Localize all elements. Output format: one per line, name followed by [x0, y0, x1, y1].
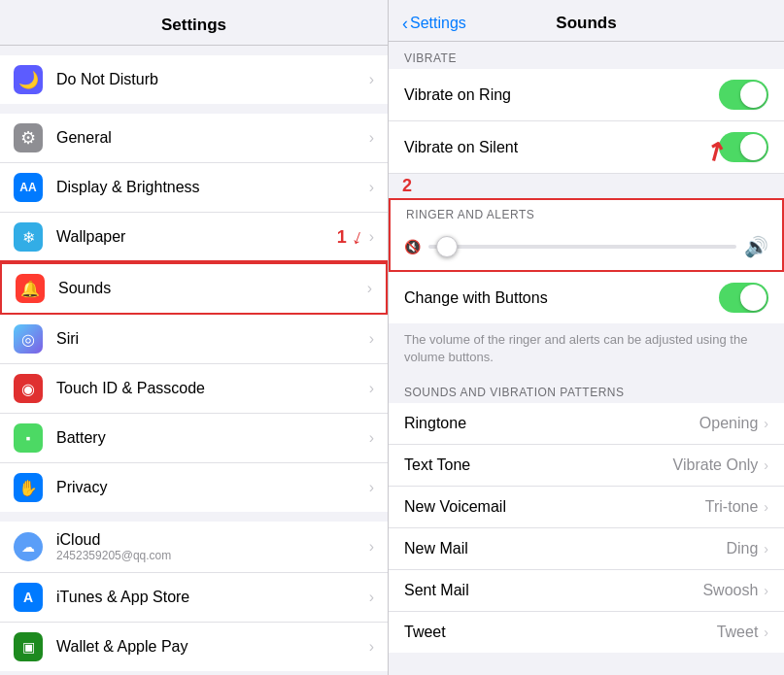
- change-with-buttons-toggle[interactable]: [719, 283, 768, 313]
- sidebar-item-display[interactable]: AA Display & Brightness ›: [0, 163, 388, 213]
- sidebar-item-privacy[interactable]: ✋ Privacy ›: [0, 463, 388, 512]
- sidebar-item-label: Battery: [56, 429, 369, 447]
- change-with-buttons-row[interactable]: Change with Buttons: [389, 272, 784, 323]
- sidebar-item-general[interactable]: ⚙ General ›: [0, 114, 388, 163]
- vibrate-section-header: VIBRATE: [389, 42, 784, 69]
- chevron-right-icon: ›: [369, 638, 374, 656]
- chevron-left-icon: ‹: [402, 14, 408, 34]
- new-voicemail-label: New Voicemail: [404, 498, 705, 516]
- toggle-knob: [740, 82, 767, 108]
- tweet-row[interactable]: Tweet Tweet ›: [389, 612, 784, 653]
- sidebar-item-label: iTunes & App Store: [56, 589, 369, 606]
- new-mail-value: Ding: [726, 540, 758, 557]
- sidebar-item-battery[interactable]: ▪ Battery ›: [0, 414, 388, 463]
- sent-mail-value: Swoosh: [702, 582, 758, 599]
- sidebar-item-label: Privacy: [56, 479, 369, 496]
- new-mail-label: New Mail: [404, 540, 726, 557]
- settings-group-3: ☁ iCloud 2452359205@qq.com › A iTunes & …: [0, 522, 388, 671]
- ringer-alerts-box: RINGER AND ALERTS 🔇 🔊: [389, 198, 784, 272]
- sidebar-item-wallpaper[interactable]: ❄ Wallpaper 1 ↓ ›: [0, 213, 388, 262]
- battery-icon: ▪: [14, 423, 43, 453]
- sidebar-item-label: Wallet & Apple Pay: [56, 638, 369, 656]
- text-tone-row[interactable]: Text Tone Vibrate Only ›: [389, 445, 784, 487]
- sounds-list: Ringtone Opening › Text Tone Vibrate Onl…: [389, 403, 784, 653]
- wallet-icon: ▣: [14, 632, 43, 661]
- vibrate-on-ring-row[interactable]: Vibrate on Ring: [389, 69, 784, 121]
- chevron-right-icon: ›: [764, 583, 768, 598]
- tweet-value: Tweet: [717, 624, 759, 641]
- chevron-right-icon: ›: [369, 589, 374, 606]
- new-mail-row[interactable]: New Mail Ding ›: [389, 528, 784, 570]
- ringtone-value: Opening: [699, 415, 759, 432]
- sounds-content: VIBRATE Vibrate on Ring Vibrate on Silen…: [389, 42, 784, 675]
- gear-icon: ⚙: [14, 123, 43, 152]
- sidebar-item-label: Sounds: [58, 280, 367, 297]
- page-title: Sounds: [556, 14, 616, 33]
- moon-icon: 🌙: [14, 65, 43, 94]
- right-header: ‹ Settings Sounds: [389, 0, 784, 42]
- settings-group-2: ⚙ General › AA Display & Brightness › ❄ …: [0, 114, 388, 512]
- touchid-icon: ◉: [14, 374, 43, 403]
- chevron-right-icon: ›: [369, 71, 374, 88]
- chevron-right-icon: ›: [369, 179, 374, 196]
- privacy-icon: ✋: [14, 473, 43, 502]
- appstore-icon: A: [14, 583, 43, 612]
- new-voicemail-row[interactable]: New Voicemail Tri-tone ›: [389, 487, 784, 528]
- sidebar-item-sounds[interactable]: 🔔 Sounds ›: [0, 262, 388, 315]
- chevron-right-icon: ›: [764, 499, 768, 515]
- volume-slider-row[interactable]: 🔇 🔊: [391, 227, 782, 270]
- chevron-right-icon: ›: [369, 429, 374, 447]
- settings-list: 🌙 Do Not Disturb › ⚙ General › AA Displa…: [0, 46, 388, 675]
- sidebar-item-do-not-disturb[interactable]: 🌙 Do Not Disturb ›: [0, 55, 388, 104]
- sent-mail-row[interactable]: Sent Mail Swoosh ›: [389, 570, 784, 612]
- annotation-1-arrow: ↓: [349, 223, 367, 251]
- left-panel: Settings 🌙 Do Not Disturb › ⚙ General › …: [0, 0, 389, 675]
- text-tone-value: Vibrate Only: [673, 456, 759, 474]
- sidebar-item-label: Wallpaper: [56, 228, 337, 246]
- chevron-right-icon: ›: [764, 416, 768, 431]
- left-header: Settings: [0, 0, 388, 46]
- text-tone-label: Text Tone: [404, 456, 673, 474]
- annotation-1-number: 1: [337, 227, 347, 248]
- sidebar-item-label: iCloud: [56, 531, 100, 548]
- toggle-knob: [740, 285, 767, 311]
- right-panel: ‹ Settings Sounds VIBRATE Vibrate on Rin…: [389, 0, 784, 675]
- volume-high-icon: 🔊: [744, 235, 768, 258]
- chevron-right-icon: ›: [369, 538, 374, 556]
- tweet-label: Tweet: [404, 624, 717, 641]
- volume-low-icon: 🔇: [404, 239, 421, 254]
- wallpaper-icon: ❄: [14, 222, 43, 252]
- sidebar-item-label: Siri: [56, 330, 369, 348]
- sent-mail-label: Sent Mail: [404, 582, 702, 599]
- settings-group-1: 🌙 Do Not Disturb ›: [0, 55, 388, 104]
- siri-icon: ◎: [14, 324, 43, 354]
- volume-slider-track[interactable]: [428, 245, 736, 249]
- vibrate-on-ring-label: Vibrate on Ring: [404, 86, 719, 104]
- chevron-right-icon: ›: [367, 280, 372, 297]
- change-with-buttons-label: Change with Buttons: [404, 289, 719, 307]
- sidebar-item-icloud[interactable]: ☁ iCloud 2452359205@qq.com ›: [0, 522, 388, 573]
- sidebar-item-itunes[interactable]: A iTunes & App Store ›: [0, 573, 388, 623]
- back-button[interactable]: ‹ Settings: [402, 14, 466, 34]
- vibrate-on-silent-label: Vibrate on Silent: [404, 139, 719, 156]
- annotation-2-number: 2: [389, 176, 412, 195]
- sidebar-item-siri[interactable]: ◎ Siri ›: [0, 315, 388, 364]
- sidebar-item-label: Display & Brightness: [56, 179, 369, 196]
- sounds-icon: 🔔: [16, 274, 45, 303]
- chevron-right-icon: ›: [369, 380, 374, 397]
- sidebar-item-sublabel: 2452359205@qq.com: [56, 549, 369, 562]
- sidebar-item-label: General: [56, 129, 369, 147]
- ringtone-label: Ringtone: [404, 415, 699, 432]
- chevron-right-icon: ›: [369, 479, 374, 496]
- ringtone-row[interactable]: Ringtone Opening ›: [389, 403, 784, 445]
- info-text: The volume of the ringer and alerts can …: [389, 323, 784, 376]
- ringer-section-header: RINGER AND ALERTS: [391, 200, 782, 227]
- volume-slider-thumb[interactable]: [436, 236, 458, 257]
- back-label: Settings: [410, 15, 466, 32]
- sidebar-item-touchid[interactable]: ◉ Touch ID & Passcode ›: [0, 364, 388, 414]
- display-icon: AA: [14, 173, 43, 202]
- sounds-patterns-header: SOUNDS AND VIBRATION PATTERNS: [389, 376, 784, 403]
- chevron-right-icon: ›: [764, 624, 768, 640]
- sidebar-item-wallet[interactable]: ▣ Wallet & Apple Pay ›: [0, 623, 388, 671]
- vibrate-on-ring-toggle[interactable]: [719, 80, 768, 110]
